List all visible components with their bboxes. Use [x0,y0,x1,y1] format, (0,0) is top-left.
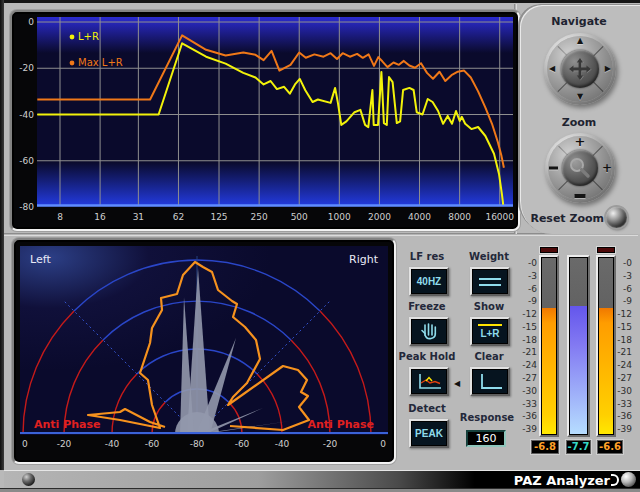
meter-right [596,255,616,437]
antiphase-label-left: Anti Phase [34,418,101,431]
svg-text:4000: 4000 [408,212,431,222]
controls-panel: LF res 40HZ Weight Freeze Show L+R P [396,240,520,466]
spectrum-plot: 81631621252505001000200040008000160000-2… [16,14,514,226]
meter-mid-fill [570,306,587,434]
show-button[interactable]: L+R [470,317,510,346]
svg-text:125: 125 [210,212,227,222]
hand-icon [418,321,440,342]
navigate-right-icon[interactable]: ▶ [605,65,611,73]
antiphase-label-right: Anti Phase [307,418,374,431]
window-edge-top [0,0,640,3]
response-label: Response [454,412,520,423]
spectrum-display: 81631621252505001000200040008000160000-2… [16,14,514,226]
svg-text:-20: -20 [57,439,72,449]
response-field[interactable]: 160 [466,430,506,447]
navigate-zoom-sidebar: Navigate ▲ ▼ ◀ ▶ Zoom + + [518,4,640,234]
meter-right-fill [599,308,613,434]
meter-left-readout: -6.8 [531,440,559,454]
clip-indicator-left[interactable] [539,246,559,254]
move-cross-icon [568,57,592,81]
navigate-center-button[interactable] [561,50,599,88]
horizontal-groove [4,233,638,236]
svg-text:8: 8 [57,212,63,222]
zoom-out-left-icon[interactable] [549,167,558,170]
window-edge-left [0,0,4,470]
peak-hold-graph-icon [415,372,443,392]
title-pill-end [611,474,619,486]
detect-label: Detect [396,403,458,414]
navigate-label: Navigate [518,15,640,28]
lf-res-button[interactable]: 40HZ [409,267,449,296]
clip-indicator-right[interactable] [596,246,616,254]
legend-label: L+R [78,31,99,42]
clear-button[interactable] [470,367,510,396]
info-bar: PAZ Analyzer [4,470,640,488]
zoom-knob[interactable]: + + [545,133,615,203]
waves-sphere-icon[interactable] [621,472,636,487]
zoom-label: Zoom [518,116,640,129]
plugin-title: PAZ Analyzer [514,473,610,488]
svg-text:31: 31 [133,212,144,222]
svg-text:-40: -40 [105,439,120,449]
lf-res-value: 40HZ [417,276,441,287]
legend-label: Max L+R [78,57,123,68]
legend-dot-icon [70,35,75,40]
waves-logo-icon [22,473,35,486]
zoom-center-button[interactable] [562,150,598,186]
svg-text:250: 250 [251,212,268,222]
axes-icon [476,372,504,392]
freeze-label: Freeze [396,301,458,312]
svg-text:-40: -40 [275,439,290,449]
legend-dot-icon [70,61,75,66]
svg-text:0: 0 [380,439,386,449]
phase-display: LeftRightAnti PhaseAnti Phase0-20-40-60-… [20,246,388,454]
svg-text:-80: -80 [19,202,34,212]
svg-text:0: 0 [28,17,34,27]
navigate-left-icon[interactable]: ◀ [549,65,555,73]
left-channel-label: Left [30,253,51,266]
svg-text:8000: 8000 [448,212,471,222]
svg-text:2000: 2000 [368,212,391,222]
reset-zoom-button[interactable] [606,207,627,228]
phase-plot: LeftRightAnti PhaseAnti Phase0-20-40-60-… [20,246,388,454]
lf-res-label: LF res [396,251,458,262]
peak-hold-button[interactable] [409,367,449,396]
navigate-pad[interactable]: ▲ ▼ ◀ ▶ [544,33,616,105]
right-channel-label: Right [349,253,379,266]
detect-button[interactable]: PEAK [409,419,449,448]
svg-text:-40: -40 [19,110,34,120]
navigate-up-icon[interactable]: ▲ [577,37,583,45]
svg-text:0: 0 [22,439,28,449]
reset-zoom-label: Reset Zoom [518,212,604,225]
svg-text:-20: -20 [19,63,34,73]
svg-text:-60: -60 [235,439,250,449]
zoom-in-right-icon[interactable]: + [602,162,612,174]
meter-left-fill [542,308,556,434]
svg-text:-60: -60 [19,156,34,166]
show-value: L+R [480,328,499,339]
meters-panel: -0-3-6-9-12-15-18-21-24-27-30-33-36-39 -… [522,244,640,470]
svg-text:16000: 16000 [485,212,514,222]
link-arrow-icon: ◀ [454,379,460,388]
svg-text:500: 500 [291,212,308,222]
detect-value: PEAK [415,428,443,439]
peak-hold-label: Peak Hold [396,351,458,362]
meter-right-readout: -6.6 [597,440,623,454]
svg-text:-20: -20 [323,439,338,449]
meter-left [539,255,559,437]
weight-button[interactable] [470,267,510,296]
freeze-button[interactable] [409,317,449,346]
svg-text:16: 16 [94,212,106,222]
show-line-icon [478,324,502,326]
svg-text:-60: -60 [145,439,160,449]
navigate-down-icon[interactable]: ▼ [577,93,583,101]
svg-text:-80: -80 [190,439,205,449]
show-label: Show [458,301,520,312]
zoom-in-top-icon[interactable]: + [575,135,586,148]
zoom-out-bottom-icon[interactable] [575,194,586,198]
paz-analyzer-window: 81631621252505001000200040008000160000-2… [0,0,640,492]
weight-label: Weight [458,251,520,262]
window-edge-bottom [0,488,640,492]
meter-mid-readout: -7.7 [566,440,591,454]
magnifier-icon [567,155,593,181]
